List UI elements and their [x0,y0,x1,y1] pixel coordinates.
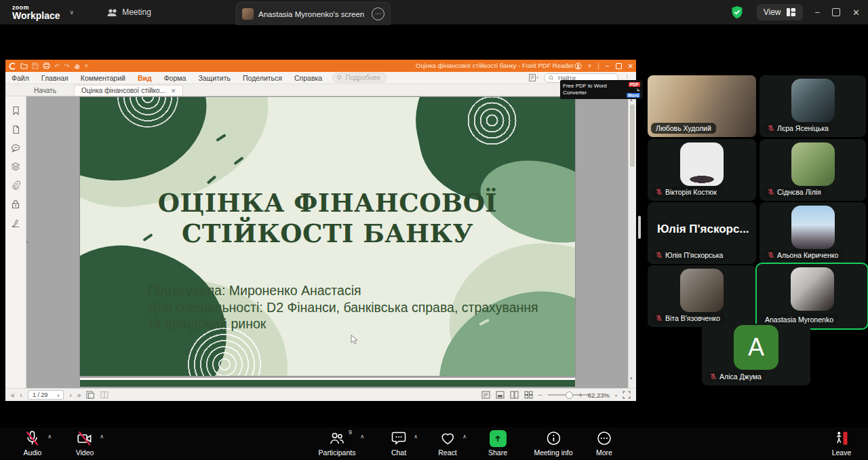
thumbnail-view-icon[interactable] [524,391,533,399]
react-button[interactable]: ∧ React [438,429,456,457]
zoom-slider[interactable] [548,391,573,399]
redo-icon[interactable]: ↷ [64,62,69,70]
screen-tab-avatar [242,8,254,20]
account-icon[interactable] [574,62,582,70]
pdf-to-word-ad-tooltip[interactable]: Free PDF to Word Converter PDF ↳ Word [560,80,643,99]
first-page-icon[interactable]: « [11,391,15,399]
menu-home[interactable]: Главная [35,74,75,82]
zoom-dropdown-icon[interactable]: ▾ [615,393,617,398]
mic-muted-icon [656,315,663,322]
hand-tool-icon[interactable] [74,62,81,69]
participant-tile-viazovchenko[interactable]: Віта В'язовченко [648,265,756,327]
bookmarks-panel-icon[interactable] [12,106,20,115]
foxit-pdf-reader-window: ↶ ↷ ∨ Оцінка фінансової стійкості банку … [5,60,636,400]
fullscreen-icon[interactable] [623,391,631,399]
video-options-chevron-icon[interactable]: ∧ [100,434,104,440]
window-maximize-button[interactable] [832,8,840,16]
tab-start-page[interactable]: Начать [16,85,74,96]
page-view-dropdown-icon[interactable] [529,74,538,81]
participant-tile-khudoliy[interactable]: Любовь Худолий [648,75,756,137]
open-folder-icon[interactable] [20,62,28,69]
participant-tile-sidneva[interactable]: Сіднєва Лілія [760,139,866,201]
participant-tile-kostiuk[interactable]: Вікторія Костюк [648,139,756,201]
zoom-slider-knob[interactable] [566,391,573,399]
tab-document[interactable]: Оцінка фінансової стійко... ✕ [74,85,184,96]
chat-chevron-icon[interactable]: ∧ [414,434,418,440]
menu-share[interactable]: Поделиться [237,74,288,82]
previous-page-icon[interactable]: ‹ [20,391,22,399]
menu-view[interactable]: Вид [132,74,158,82]
page-dropdown-icon[interactable]: ▾ [57,393,59,398]
chat-button[interactable]: ∧ Chat [391,429,407,457]
participant-tile-kyrychenko[interactable]: Альона Кириченко [760,202,866,264]
signature-panel-icon[interactable] [11,218,20,227]
menu-file[interactable]: Файл [5,74,35,82]
menu-protect[interactable]: Защитить [192,74,237,82]
participants-panel-scrollbar[interactable] [638,216,641,239]
more-button[interactable]: More [596,429,612,457]
zoom-app-window: zoom Workplace ∨ Meeting Anastasia Myron… [0,0,868,460]
participants-button[interactable]: 9 ∧ Participants [319,429,356,457]
account-chevron-down-icon[interactable]: ∨ [588,63,591,69]
details-assistant-button[interactable]: Подробнее [332,73,387,83]
menu-form[interactable]: Форма [158,74,193,82]
participant-tile-piaskorska[interactable]: Юлія П'яскорс... Юлія П'яскорська [648,202,756,264]
meeting-info-button[interactable]: Meeting info [534,429,572,457]
layers-panel-icon[interactable] [11,162,20,171]
last-page-icon[interactable]: » [77,391,81,399]
save-icon[interactable] [32,62,39,69]
scroll-down-icon[interactable]: ▾ [630,376,633,381]
pages-panel-icon[interactable] [12,125,20,134]
scrollbar-thumb[interactable] [630,104,635,167]
react-chevron-icon[interactable]: ∧ [462,434,467,440]
screen-tab-more-icon[interactable]: ⋯ [372,7,384,20]
pdf-vertical-scrollbar[interactable]: ▴ ▾ [628,96,636,388]
undo-icon[interactable]: ↶ [54,62,60,70]
two-page-icon[interactable] [510,391,519,399]
sidebar-collapse-icon[interactable]: ▸ [26,239,29,245]
view-button[interactable]: View [757,4,803,20]
zoom-workplace-logo[interactable]: zoom Workplace [12,5,60,20]
security-shield-icon[interactable] [730,5,745,20]
print-icon[interactable] [43,62,50,69]
window-close-button[interactable]: ✕ [852,8,860,17]
participants-chevron-icon[interactable]: ∧ [360,434,364,440]
audio-button[interactable]: ∧ Audio [24,429,42,457]
tab-close-icon[interactable]: ✕ [171,88,176,94]
single-page-view-icon[interactable] [86,391,95,399]
zoom-out-icon[interactable]: − [538,391,542,399]
next-page-icon[interactable]: › [69,391,71,399]
video-button[interactable]: ∧ Video [76,429,94,457]
fit-width-icon[interactable] [481,391,490,399]
menu-help[interactable]: Справка [288,74,328,82]
participant-tile-lera[interactable]: Лєра Ясеніцька [760,75,866,137]
participant-avatar [680,142,724,186]
window-minimize-button[interactable]: − [815,8,821,17]
zoom-level-value[interactable]: 62,23% [588,391,610,399]
foxit-close-button[interactable]: ✕ [628,62,633,70]
page-number-field[interactable]: 1 / 29 ▾ [28,390,64,400]
workspace-chevron-down-icon[interactable]: ∨ [70,9,75,16]
participants-count-badge: 9 [349,429,352,436]
facing-page-view-icon[interactable] [100,391,109,399]
search-icon [549,75,554,81]
tab-shared-screen[interactable]: Anastasia Myronenko's screen ⋯ [236,2,391,25]
foxit-minimize-button[interactable]: − [606,62,610,70]
participant-avatar [791,79,835,122]
comments-panel-icon[interactable] [11,144,20,153]
menu-comment[interactable]: Комментарий [75,74,132,82]
zoom-in-icon[interactable]: + [578,391,583,399]
foxit-maximize-button[interactable] [616,63,622,69]
participant-name-tag: Вікторія Костюк [651,187,722,197]
tab-meeting[interactable]: Meeting [106,7,151,18]
share-button[interactable]: Share [488,429,507,457]
participant-display-name: Юлія П'яскорс... [657,223,749,236]
security-panel-icon[interactable] [12,199,20,209]
attachments-panel-icon[interactable] [12,180,20,190]
audio-options-chevron-icon[interactable]: ∧ [47,434,52,440]
qat-chevron-down-icon[interactable]: ∨ [85,63,88,69]
fit-page-icon[interactable] [496,391,505,399]
leave-button[interactable]: Leave [832,429,852,457]
participant-tile-dzhuma[interactable]: A Аліса Джума [702,324,810,385]
participant-tile-myronenko-active[interactable]: Anastasia Myronenko [755,263,868,330]
